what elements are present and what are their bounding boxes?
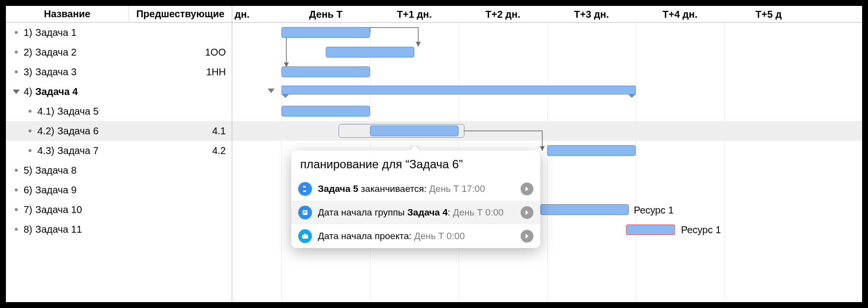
timeline-header-cell[interactable]: T+3 дн. [547,6,636,23]
gantt-bar-selected[interactable] [370,125,459,136]
bullet-icon [15,188,18,191]
bullet-icon [15,51,18,54]
task-number: 3) [24,66,32,78]
table-row[interactable]: 3) Задача 3 1НН [6,62,232,82]
popover-item-text: Дата начала проекта: День Т 0:00 [318,230,515,242]
bullet-icon [15,208,18,211]
chevron-right-icon[interactable] [521,230,533,243]
gantt-bar[interactable] [540,204,629,215]
popover-title: планирование для “Задача 6” [291,151,540,177]
table-row[interactable]: 7) Задача 10 [6,200,232,219]
body: 1) Задача 1 2) Задача 2 1ОО 3) Задача 3 … [6,23,862,302]
resource-label: Ресурс 1 [634,205,674,216]
task-number: 6) [24,185,32,196]
chevron-right-icon[interactable] [521,206,533,219]
resource-label: Ресурс 1 [681,224,721,236]
bullet-icon [15,70,18,73]
dependency-icon [298,182,312,196]
gantt-bar[interactable] [326,47,414,58]
gantt-timeline[interactable]: Ресурс 1 Ресурс 1 планирование для “Зада… [232,23,862,302]
timeline-header-cell[interactable]: День Т [281,6,370,23]
gantt-bar[interactable] [281,27,370,38]
task-number: 4.2) [37,125,54,137]
gridline [281,23,282,302]
table-row[interactable]: 4.1) Задача 5 [6,101,232,121]
bullet-icon [15,31,18,34]
task-pred: 1НН [206,66,226,78]
table-header: Название Предшествующие дн. День Т T+1 д… [6,6,862,23]
svg-rect-2 [302,235,308,239]
task-pred: 4.2 [212,145,226,156]
bullet-icon [15,169,18,172]
task-pred: 4.1 [212,125,226,137]
task-number: 4) [24,86,32,97]
task-name: Задача 9 [35,185,77,196]
task-name: Задача 10 [35,204,82,216]
column-header-name[interactable]: Название [6,6,129,22]
gridline [636,23,636,302]
task-number: 4.1) [37,106,54,117]
popover-item[interactable]: Дата начала группы Задача 4: День Т 0:00 [291,201,540,224]
bullet-icon [15,228,18,231]
task-name: Задача 3 [35,66,77,78]
table-row-group[interactable]: 4) Задача 4 [6,82,232,101]
timeline-header-cell[interactable]: T+4 дн. [636,6,724,23]
task-name: Задача 7 [57,145,98,156]
task-name: Задача 4 [35,86,78,97]
gridline [724,23,725,302]
gantt-bar-overalloc[interactable] [626,224,675,235]
gantt-group-bar[interactable] [281,86,636,94]
selected-row-bg [232,121,862,141]
gantt-bar[interactable] [281,66,370,77]
task-name: Задача 11 [35,224,82,235]
bullet-icon [29,149,31,152]
table-row[interactable]: 6) Задача 9 [6,180,232,200]
bullet-icon [29,129,31,132]
svg-rect-1 [304,212,307,213]
table-row[interactable]: 4.2) Задача 6 4.1 [6,121,232,141]
timeline-header-cell[interactable]: T+1 дн. [370,6,459,23]
table-row[interactable]: 1) Задача 1 [6,23,232,42]
task-number: 5) [24,165,32,176]
task-number: 2) [24,47,32,58]
svg-rect-3 [304,234,306,235]
task-number: 8) [24,224,32,235]
popover-arrow [409,145,420,151]
task-number: 4.3) [37,145,54,156]
task-table[interactable]: 1) Задача 1 2) Задача 2 1ОО 3) Задача 3 … [6,23,232,302]
task-name: Задача 6 [57,125,98,137]
group-start-icon [298,206,312,219]
chevron-right-icon[interactable] [521,183,533,195]
task-name: Задача 8 [35,165,77,176]
popover-item[interactable]: Дата начала проекта: День Т 0:00 [291,224,540,248]
table-row[interactable]: 2) Задача 2 1ОО [6,42,232,62]
group-collapse-icon[interactable] [268,89,275,93]
popover-item[interactable]: Задача 5 заканчивается: День Т 17:00 [291,177,540,201]
task-number: 7) [24,204,32,216]
table-row[interactable]: 5) Задача 8 [6,160,232,180]
task-pred: 1ОО [205,47,226,58]
gantt-bar[interactable] [547,145,636,156]
gridline [547,23,548,302]
bullet-icon [29,110,31,113]
gantt-bar[interactable] [281,106,370,117]
scheduling-popover: планирование для “Задача 6” Задача 5 зак… [291,151,540,248]
project-start-icon [298,229,312,243]
task-name: Задача 2 [35,47,77,58]
timeline-header-cell[interactable]: T+2 дн. [459,6,547,23]
task-name: Задача 5 [57,106,98,117]
task-name: Задача 1 [35,27,77,38]
table-row[interactable]: 8) Задача 11 [6,219,232,239]
table-row[interactable]: 4.3) Задача 7 4.2 [6,141,232,160]
task-number: 1) [24,27,32,38]
timeline-header-cell[interactable]: дн. [213,6,272,23]
popover-item-text: Дата начала группы Задача 4: День Т 0:00 [318,207,515,218]
popover-item-text: Задача 5 заканчивается: День Т 17:00 [318,183,515,195]
gantt-window: Название Предшествующие дн. День Т T+1 д… [0,0,868,308]
timeline-header[interactable]: дн. День Т T+1 дн. T+2 дн. T+3 дн. T+4 д… [232,6,862,22]
disclosure-triangle-icon[interactable] [13,90,20,94]
timeline-header-cell[interactable]: T+5 д [724,6,813,23]
